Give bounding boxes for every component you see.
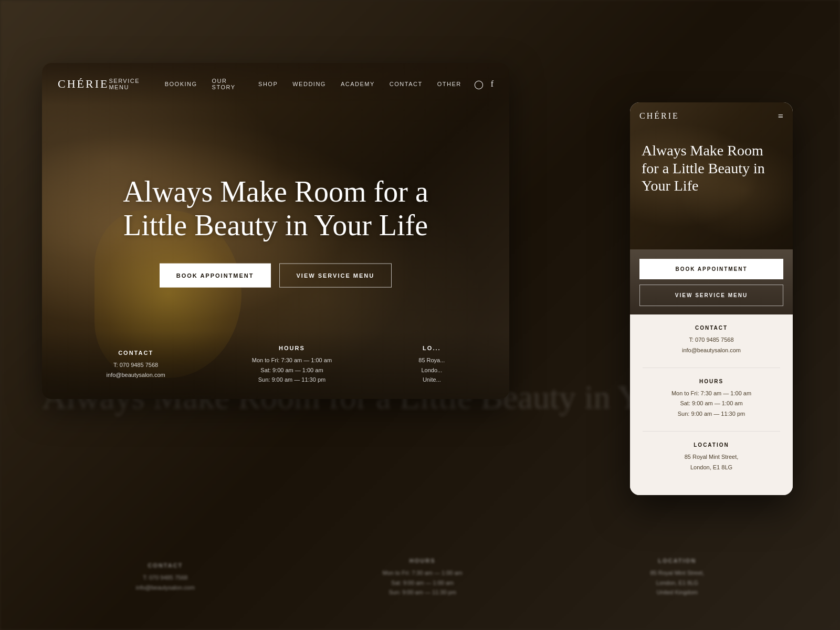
mobile-view-service-menu-button[interactable]: VIEW SERVICE MENU	[639, 285, 783, 306]
nav-other[interactable]: OTHER	[437, 81, 461, 87]
nav-service-menu[interactable]: SERVICE MENU	[109, 78, 150, 90]
desktop-footer: CONTACT T: 070 9485 7568 info@beautysalo…	[42, 331, 509, 399]
footer-hours: HOURS Mon to Fri: 7:30 am — 1:00 am Sat:…	[252, 345, 332, 385]
nav-wedding[interactable]: WEDDING	[292, 81, 326, 87]
facebook-icon[interactable]: f	[491, 79, 494, 89]
footer-location-line2: Londo...	[418, 365, 445, 375]
bg-hours-line1: Mon to Fri: 7:30 am — 1:00 am	[383, 568, 463, 578]
mobile-hours-section: HOURS Mon to Fri: 7:30 am — 1:00 am Sat:…	[643, 379, 780, 419]
bg-location-line1: 85 Royal Mint Street,	[650, 568, 704, 578]
bg-location-section: LOCATION 85 Royal Mint Street, London, E…	[650, 558, 704, 597]
bg-location-line3: United Kingdom	[650, 587, 704, 597]
nav-academy[interactable]: ACADEMY	[341, 81, 375, 87]
social-icons: ◯ f	[474, 79, 494, 89]
mobile-location-line2: London, E1 8LG	[643, 463, 780, 473]
desktop-card: CHÉRIE SERVICE MENU BOOKING OUR STORY SH…	[42, 63, 509, 399]
book-appointment-button[interactable]: BOOK APPOINTMENT	[160, 263, 271, 287]
desktop-navigation: CHÉRIE SERVICE MENU BOOKING OUR STORY SH…	[42, 63, 509, 105]
mobile-hero-content: Always Make Room for a Little Beauty in …	[630, 131, 793, 205]
mobile-hero: CHÉRIE ≡ Always Make Room for a Little B…	[630, 102, 793, 249]
mobile-logo: CHÉRIE	[639, 111, 679, 121]
bg-contact-label: CONTACT	[136, 562, 195, 569]
footer-hours-weekday: Mon to Fri: 7:30 am — 1:00 am	[252, 355, 332, 365]
mobile-card: CHÉRIE ≡ Always Make Room for a Little B…	[630, 102, 793, 495]
mobile-location-label: LOCATION	[643, 442, 780, 448]
bg-hours-line3: Sun: 9:00 am — 11:30 pm	[383, 587, 463, 597]
hero-buttons: BOOK APPOINTMENT VIEW SERVICE MENU	[89, 263, 463, 287]
mobile-book-appointment-button[interactable]: BOOK APPOINTMENT	[639, 259, 783, 279]
desktop-logo: CHÉRIE	[58, 77, 109, 91]
mobile-contact-label: CONTACT	[643, 325, 780, 331]
footer-contact-phone: T: 070 9485 7568	[107, 360, 165, 370]
mobile-hours-weekday: Mon to Fri: 7:30 am — 1:00 am	[643, 388, 780, 399]
footer-contact-label: CONTACT	[107, 350, 165, 356]
bg-location-line2: London, E1 8LG	[650, 578, 704, 588]
view-service-menu-button[interactable]: VIEW SERVICE MENU	[279, 263, 392, 287]
mobile-hours-sun: Sun: 9:00 am — 11:30 pm	[643, 409, 780, 419]
hero-title: Always Make Room for a Little Beauty in …	[89, 175, 463, 243]
hero-content: Always Make Room for a Little Beauty in …	[89, 175, 463, 288]
mobile-hours-label: HOURS	[643, 379, 780, 384]
mobile-navigation: CHÉRIE ≡	[630, 102, 793, 130]
footer-location-line3: Unite...	[418, 375, 445, 385]
mobile-hours-sat: Sat: 9:00 am — 1:00 am	[643, 398, 780, 409]
bg-contact-section: CONTACT T: 070 9485 7568 info@beautysalo…	[136, 562, 195, 592]
footer-location-line1: 85 Roya...	[418, 355, 445, 365]
nav-contact[interactable]: CONTACT	[390, 81, 423, 87]
hamburger-icon[interactable]: ≡	[778, 111, 783, 122]
nav-booking[interactable]: BOOKING	[165, 81, 197, 87]
nav-shop[interactable]: SHOP	[258, 81, 278, 87]
bg-contact-email: info@beautysalon.com	[136, 583, 195, 593]
bg-location-label: LOCATION	[650, 558, 704, 564]
bg-hours-section: HOURS Mon to Fri: 7:30 am — 1:00 am Sat:…	[383, 558, 463, 597]
instagram-icon[interactable]: ◯	[474, 79, 484, 89]
mobile-contact-email: info@beautysalon.com	[643, 345, 780, 356]
mobile-info-section: CONTACT T: 070 9485 7568 info@beautysalo…	[630, 314, 793, 495]
nav-our-story[interactable]: OUR STORY	[212, 78, 244, 90]
footer-location-label: LO...	[418, 345, 445, 351]
footer-hours-sat: Sat: 9:00 am — 1:00 am	[252, 365, 332, 375]
mobile-hero-title: Always Make Room for a Little Beauty in …	[642, 142, 781, 195]
bg-hours-line2: Sat: 9:00 am — 1:00 am	[383, 578, 463, 588]
footer-contact-email: info@beautysalon.com	[107, 370, 165, 380]
mobile-location-line1: 85 Royal Mint Street,	[643, 452, 780, 463]
bg-hours-label: HOURS	[383, 558, 463, 564]
mobile-contact-phone: T: 070 9485 7568	[643, 335, 780, 345]
bg-contact-phone: T: 070 9485 7568	[136, 573, 195, 583]
divider-1	[643, 368, 780, 368]
mobile-buttons-area: BOOK APPOINTMENT VIEW SERVICE MENU	[630, 249, 793, 314]
footer-contact: CONTACT T: 070 9485 7568 info@beautysalo…	[107, 350, 165, 380]
footer-hours-label: HOURS	[252, 345, 332, 351]
footer-hours-sun: Sun: 9:00 am — 11:30 pm	[252, 375, 332, 385]
footer-location: LO... 85 Roya... Londo... Unite...	[418, 345, 445, 385]
mobile-contact-section: CONTACT T: 070 9485 7568 info@beautysalo…	[643, 325, 780, 356]
divider-2	[643, 431, 780, 432]
nav-menu: SERVICE MENU BOOKING OUR STORY SHOP WEDD…	[109, 78, 461, 90]
mobile-location-section: LOCATION 85 Royal Mint Street, London, E…	[643, 442, 780, 473]
bg-bottom-card: CONTACT T: 070 9485 7568 info@beautysalo…	[42, 536, 798, 620]
